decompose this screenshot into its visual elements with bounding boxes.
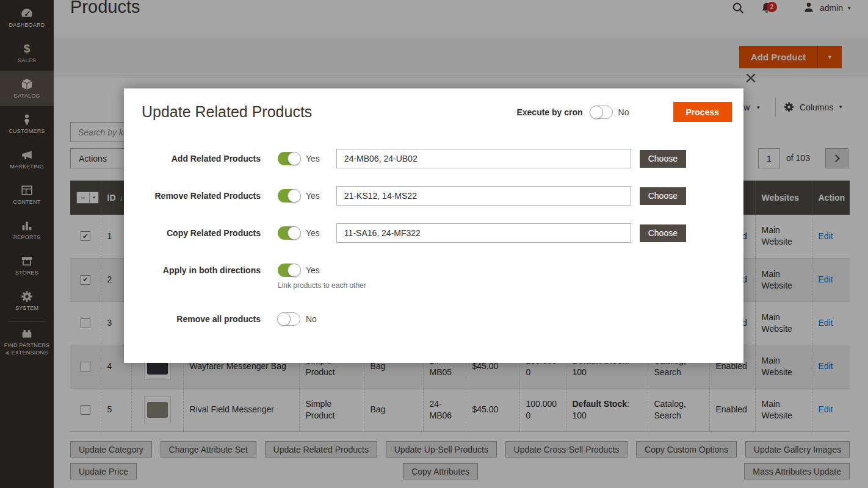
execute-by-cron-state: No (618, 107, 629, 117)
modal-close-icon[interactable]: × (745, 67, 757, 88)
process-button[interactable]: Process (673, 102, 732, 122)
partners-icon (20, 327, 34, 340)
modal-row-remove-all-products: Remove all productsNo (124, 309, 743, 329)
sidebar-item-dashboard[interactable]: DASHBOARD (0, 0, 54, 35)
toggle-state-label: Yes (306, 154, 320, 163)
sku-list-input[interactable] (336, 149, 631, 168)
sidebar-item-stores[interactable]: STORES (0, 248, 54, 283)
toggle-knob (288, 264, 301, 277)
sidebar-item-label: DASHBOARD (2, 22, 51, 29)
remove-all-products-toggle[interactable] (278, 312, 300, 326)
sidebar-item-catalog[interactable]: CATALOG (0, 71, 54, 106)
sidebar-item-label: CUSTOMERS (2, 128, 51, 135)
toggle-state-label: Yes (306, 191, 320, 201)
stores-icon (20, 254, 34, 268)
magento-admin-page: DASHBOARD$SALESCATALOGCUSTOMERSMARKETING… (0, 0, 868, 488)
modal-row-remove-related-products: Remove Related ProductsYesChoose (124, 186, 743, 206)
modal-row-label: Apply in both directions (124, 265, 261, 275)
dashboard-icon (20, 7, 34, 20)
add-related-products-toggle[interactable] (278, 152, 300, 165)
modal-title: Update Related Products (142, 103, 312, 121)
modal-header-controls: Execute by cron No Process (516, 102, 732, 122)
sidebar-item-label: SALES (2, 57, 51, 65)
sidebar-item-reports[interactable]: REPORTS (0, 212, 54, 248)
update-related-products-modal: Update Related Products Execute by cron … (124, 88, 743, 363)
choose-button[interactable]: Choose (640, 150, 686, 168)
sidebar-divider (8, 321, 46, 321)
toggle-knob (590, 106, 603, 119)
reports-icon (20, 219, 34, 232)
toggle-knob (288, 152, 301, 165)
sidebar-item-content[interactable]: CONTENT (0, 177, 54, 212)
customers-icon (20, 113, 34, 126)
sidebar: DASHBOARD$SALESCATALOGCUSTOMERSMARKETING… (0, 0, 54, 488)
content-icon (20, 184, 34, 197)
execute-by-cron-label: Execute by cron (516, 107, 582, 117)
marketing-icon (20, 148, 34, 162)
toggle-state-label: Yes (306, 265, 320, 275)
sidebar-item-label: CONTENT (2, 199, 51, 206)
toggle-knob (277, 312, 291, 326)
copy-related-products-toggle[interactable] (278, 226, 300, 240)
sidebar-item-label: REPORTS (2, 234, 51, 242)
toggle-state-label: No (306, 314, 317, 324)
modal-row-copy-related-products: Copy Related ProductsYesChoose (124, 223, 743, 243)
modal-row-apply-in-both-directions: Apply in both directionsYes (124, 260, 743, 280)
system-icon (20, 290, 34, 303)
modal-row-label: Remove Related Products (124, 191, 261, 201)
sidebar-item-sales[interactable]: $SALES (0, 35, 54, 71)
sidebar-item-label: STORES (2, 270, 51, 277)
sidebar-item-label: SYSTEM (2, 305, 51, 312)
dollar-glyph: $ (24, 43, 31, 55)
sidebar-item-label: CATALOG (2, 93, 51, 100)
catalog-icon (20, 77, 34, 91)
sidebar-item-label: FIND PARTNERS & EXTENSIONS (2, 342, 51, 356)
toggle-knob (288, 226, 301, 240)
toggle-state-label: Yes (306, 228, 320, 238)
modal-row-label: Add Related Products (124, 154, 261, 163)
execute-by-cron-toggle[interactable] (590, 106, 613, 119)
modal-row-label: Copy Related Products (124, 228, 261, 238)
choose-button[interactable]: Choose (640, 187, 686, 205)
sidebar-item-find-partners-extensions[interactable]: FIND PARTNERS & EXTENSIONS (0, 324, 54, 359)
sku-list-input[interactable] (336, 223, 631, 243)
remove-related-products-toggle[interactable] (278, 189, 300, 203)
modal-row-label: Remove all products (124, 314, 261, 324)
sidebar-item-customers[interactable]: CUSTOMERS (0, 106, 54, 142)
choose-button[interactable]: Choose (640, 224, 686, 242)
sales-icon: $ (20, 42, 34, 56)
modal-row-note: Link products to each other (278, 281, 366, 290)
sku-list-input[interactable] (336, 186, 631, 206)
sidebar-item-label: MARKETING (2, 163, 51, 171)
toggle-knob (288, 189, 301, 203)
modal-row-add-related-products: Add Related ProductsYesChoose (124, 149, 743, 168)
apply-in-both-directions-toggle[interactable] (278, 264, 300, 277)
sidebar-item-system[interactable]: SYSTEM (0, 283, 54, 318)
sidebar-item-marketing[interactable]: MARKETING (0, 142, 54, 177)
